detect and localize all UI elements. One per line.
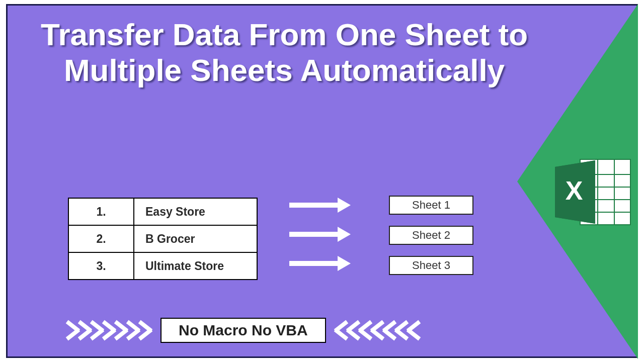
chevron-left-icon bbox=[383, 316, 395, 344]
arrow-right-icon bbox=[289, 201, 350, 210]
chevrons-right-group bbox=[335, 316, 420, 344]
chevron-right-icon bbox=[115, 316, 127, 344]
banner-text: No Macro No VBA bbox=[160, 318, 326, 343]
table-row: 3. Ultimate Store bbox=[68, 252, 257, 280]
footer-banner: No Macro No VBA bbox=[67, 316, 474, 344]
row-name: Ultimate Store bbox=[134, 252, 257, 280]
row-name: Easy Store bbox=[134, 198, 257, 225]
chevron-right-icon bbox=[139, 316, 151, 344]
arrow-right-icon bbox=[289, 230, 350, 239]
sheet-label: Sheet 1 bbox=[389, 196, 473, 215]
source-data-table: 1. Easy Store 2. B Grocer 3. Ultimate St… bbox=[68, 198, 258, 280]
chevron-left-icon bbox=[408, 316, 420, 344]
svg-text:X: X bbox=[566, 176, 583, 205]
slide-frame: Transfer Data From One Sheet to Multiple… bbox=[6, 4, 638, 358]
chevron-left-icon bbox=[347, 316, 359, 344]
chevron-right-icon bbox=[127, 316, 139, 344]
chevron-left-icon bbox=[335, 316, 347, 344]
table-row: 1. Easy Store bbox=[68, 198, 257, 225]
chevron-right-icon bbox=[67, 316, 79, 344]
chevron-left-icon bbox=[395, 316, 408, 344]
chevron-left-icon bbox=[359, 316, 371, 344]
slide-title: Transfer Data From One Sheet to Multiple… bbox=[28, 17, 541, 88]
arrow-group bbox=[289, 201, 350, 288]
chevrons-left-group bbox=[67, 316, 151, 344]
excel-icon: X bbox=[550, 154, 635, 230]
sheet-label: Sheet 2 bbox=[389, 226, 473, 245]
sheet-label: Sheet 3 bbox=[389, 256, 473, 275]
chevron-left-icon bbox=[371, 316, 383, 344]
row-number: 3. bbox=[68, 252, 134, 280]
table-row: 2. B Grocer bbox=[68, 225, 257, 252]
target-sheets: Sheet 1 Sheet 2 Sheet 3 bbox=[389, 196, 473, 286]
row-number: 2. bbox=[68, 225, 134, 252]
arrow-right-icon bbox=[289, 259, 350, 268]
chevron-right-icon bbox=[91, 316, 103, 344]
chevron-right-icon bbox=[79, 316, 91, 344]
chevron-right-icon bbox=[103, 316, 115, 344]
row-number: 1. bbox=[68, 198, 134, 225]
row-name: B Grocer bbox=[134, 225, 257, 252]
